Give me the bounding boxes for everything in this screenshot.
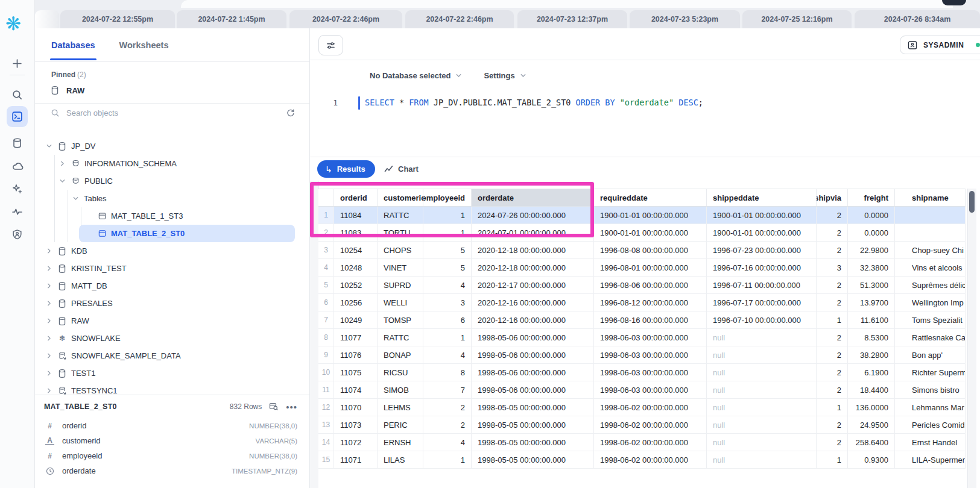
tree-item-kristin_test[interactable]: KRISTIN_TEST bbox=[34, 260, 127, 277]
cell-shippeddate[interactable]: 1900-01-01 00:00:00.000 bbox=[707, 207, 817, 224]
cell-orderdate[interactable]: 2024-07-26 00:00:00.000 bbox=[472, 207, 594, 224]
tree-item-snowflake_sample_data[interactable]: SNOWFLAKE_SAMPLE_DATA bbox=[34, 347, 181, 364]
cell-shipname[interactable]: Richter Superm bbox=[895, 364, 966, 381]
settings-dropdown[interactable]: Settings bbox=[484, 71, 526, 80]
browser-tab[interactable]: 2024-07-22 2:46pm bbox=[289, 10, 402, 28]
cell-orderid[interactable]: 11077 bbox=[334, 329, 378, 346]
cell-shippeddate[interactable]: null bbox=[707, 364, 817, 381]
cell-employeeid[interactable]: 3 bbox=[423, 294, 472, 311]
tab-results[interactable]: ↳ Results bbox=[317, 160, 375, 178]
cell-customerid[interactable]: PERIC bbox=[378, 416, 423, 433]
table-row-1[interactable]: 111084RATTC12024-07-26 00:00:00.0001900-… bbox=[318, 207, 966, 224]
cell-freight[interactable]: 6.1900 bbox=[848, 364, 895, 381]
browser-tab[interactable]: 2024-07-23 12:37pm bbox=[517, 10, 627, 28]
tree-item-public[interactable]: PUBLIC bbox=[34, 172, 113, 190]
cell-freight[interactable]: 136.0000 bbox=[848, 399, 895, 416]
cell-freight[interactable]: 0.9300 bbox=[848, 451, 895, 468]
row-number[interactable]: 11 bbox=[318, 381, 334, 398]
cell-orderdate[interactable]: 2020-12-16 00:00:00.000 bbox=[472, 311, 594, 328]
database-selector-dropdown[interactable]: No Database selected bbox=[370, 71, 462, 80]
cell-shippeddate[interactable]: 1996-07-16 00:00:00.000 bbox=[707, 259, 817, 276]
row-number[interactable]: 7 bbox=[318, 311, 334, 328]
cell-orderid[interactable]: 10249 bbox=[334, 311, 378, 328]
cell-customerid[interactable]: WELLI bbox=[378, 294, 423, 311]
cell-shipname[interactable]: Bon app' bbox=[895, 346, 966, 363]
table-row-2[interactable]: 211083TORTU12024-07-01 00:00:00.0001900-… bbox=[318, 224, 966, 242]
table-row-9[interactable]: 911076BONAP41998-05-06 00:00:00.0001998-… bbox=[318, 346, 966, 364]
cell-shipname[interactable]: Vins et alcools bbox=[895, 259, 966, 276]
row-number-header[interactable] bbox=[318, 189, 334, 206]
cell-freight[interactable]: 13.9700 bbox=[848, 294, 895, 311]
scrollbar-thumb[interactable] bbox=[969, 191, 975, 213]
table-row-5[interactable]: 510252SUPRD42020-12-17 00:00:00.0001996-… bbox=[318, 277, 966, 294]
nav-search[interactable] bbox=[7, 84, 28, 105]
tree-item-mat_table_1_st3[interactable]: MAT_TABLE_1_ST3 bbox=[34, 207, 183, 225]
browser-tab[interactable]: 2024-07-22 1:45pm bbox=[177, 10, 286, 28]
cell-shipname[interactable]: Ernst Handel bbox=[895, 434, 966, 451]
cell-orderid[interactable]: 11070 bbox=[334, 399, 378, 416]
cell-requireddate[interactable]: 1998-06-03 00:00:00.000 bbox=[594, 329, 707, 346]
table-row-14[interactable]: 1411072ERNSH41998-05-05 00:00:00.0001998… bbox=[318, 434, 966, 451]
tree-item-matt_db[interactable]: MATT_DB bbox=[34, 277, 107, 295]
cell-shipname[interactable]: Wellington Imp bbox=[895, 294, 966, 311]
cell-orderdate[interactable]: 2020-12-17 00:00:00.000 bbox=[472, 277, 594, 293]
row-number[interactable]: 9 bbox=[318, 346, 334, 363]
search-objects-input[interactable] bbox=[65, 108, 280, 118]
cell-requireddate[interactable]: 1996-08-08 00:00:00.000 bbox=[594, 242, 707, 258]
cell-orderid[interactable]: 11072 bbox=[334, 434, 378, 451]
tab-databases[interactable]: Databases bbox=[51, 40, 95, 50]
cell-orderid[interactable]: 11083 bbox=[334, 224, 378, 241]
cell-employeeid[interactable]: 1 bbox=[423, 451, 472, 468]
cell-orderid[interactable]: 11073 bbox=[334, 416, 378, 433]
column-header-shippeddate[interactable]: shippeddate bbox=[707, 189, 817, 206]
cell-shipname[interactable] bbox=[895, 207, 966, 224]
tab-worksheets[interactable]: Worksheets bbox=[119, 40, 169, 50]
cell-shipvia[interactable]: 1 bbox=[817, 451, 848, 468]
cell-orderdate[interactable]: 2020-12-18 00:00:00.000 bbox=[472, 242, 594, 258]
cell-orderid[interactable]: 10252 bbox=[334, 277, 378, 293]
cell-employeeid[interactable]: 1 bbox=[423, 224, 472, 241]
cell-orderdate[interactable]: 1998-05-06 00:00:00.000 bbox=[472, 329, 594, 346]
row-number[interactable]: 6 bbox=[318, 294, 334, 311]
cell-orderid[interactable]: 11074 bbox=[334, 381, 378, 398]
cell-shipvia[interactable]: 1 bbox=[817, 399, 848, 416]
browser-tab[interactable]: 2024-07-23 5:23pm bbox=[630, 10, 740, 28]
cell-orderid[interactable]: 10256 bbox=[334, 294, 378, 311]
cell-requireddate[interactable]: 1900-01-01 00:00:00.000 bbox=[594, 207, 707, 224]
tree-item-kdb[interactable]: KDB bbox=[34, 242, 87, 260]
cell-shipvia[interactable]: 2 bbox=[817, 416, 848, 433]
cell-orderid[interactable]: 10248 bbox=[334, 259, 378, 276]
cell-shipvia[interactable]: 2 bbox=[817, 364, 848, 381]
cell-shippeddate[interactable]: null bbox=[707, 399, 817, 416]
cell-shippeddate[interactable]: null bbox=[707, 416, 817, 433]
cell-employeeid[interactable]: 6 bbox=[423, 311, 472, 328]
cell-shipname[interactable]: Chop-suey Chi bbox=[895, 242, 966, 258]
cell-orderdate[interactable]: 2024-07-01 00:00:00.000 bbox=[472, 224, 594, 241]
cell-employeeid[interactable]: 8 bbox=[423, 364, 472, 381]
cell-shippeddate[interactable]: null bbox=[707, 434, 817, 451]
cell-orderid[interactable]: 11075 bbox=[334, 364, 378, 381]
browser-tab[interactable]: 2024-07-22 12:55pm bbox=[60, 10, 175, 28]
cell-requireddate[interactable]: 1998-06-03 00:00:00.000 bbox=[594, 346, 707, 363]
cell-orderid[interactable]: 11071 bbox=[334, 451, 378, 468]
cell-customerid[interactable]: SIMOB bbox=[378, 381, 423, 398]
cell-customerid[interactable]: TOMSP bbox=[378, 311, 423, 328]
cell-customerid[interactable]: LEHMS bbox=[378, 399, 423, 416]
column-header-orderid[interactable]: orderid bbox=[334, 189, 378, 206]
nav-admin[interactable] bbox=[7, 224, 28, 245]
table-row-11[interactable]: 1111074SIMOB71998-05-06 00:00:00.0001998… bbox=[318, 381, 966, 399]
cell-freight[interactable]: 8.5300 bbox=[848, 329, 895, 346]
cell-freight[interactable]: 11.6100 bbox=[848, 311, 895, 328]
cell-customerid[interactable]: VINET bbox=[378, 259, 423, 276]
cell-freight[interactable]: 51.3000 bbox=[848, 277, 895, 293]
row-number[interactable]: 4 bbox=[318, 259, 334, 276]
cell-shippeddate[interactable]: 1900-01-01 00:00:00.000 bbox=[707, 224, 817, 241]
table-row-4[interactable]: 410248VINET52020-12-18 00:00:00.0001996-… bbox=[318, 259, 966, 277]
cell-shippeddate[interactable]: null bbox=[707, 381, 817, 398]
cell-shipvia[interactable]: 2 bbox=[817, 381, 848, 398]
cell-freight[interactable]: 24.9500 bbox=[848, 416, 895, 433]
worksheet-config-button[interactable] bbox=[318, 35, 343, 55]
column-header-shipname[interactable]: shipname bbox=[895, 189, 966, 206]
row-number[interactable]: 12 bbox=[318, 399, 334, 416]
cell-customerid[interactable]: ERNSH bbox=[378, 434, 423, 451]
